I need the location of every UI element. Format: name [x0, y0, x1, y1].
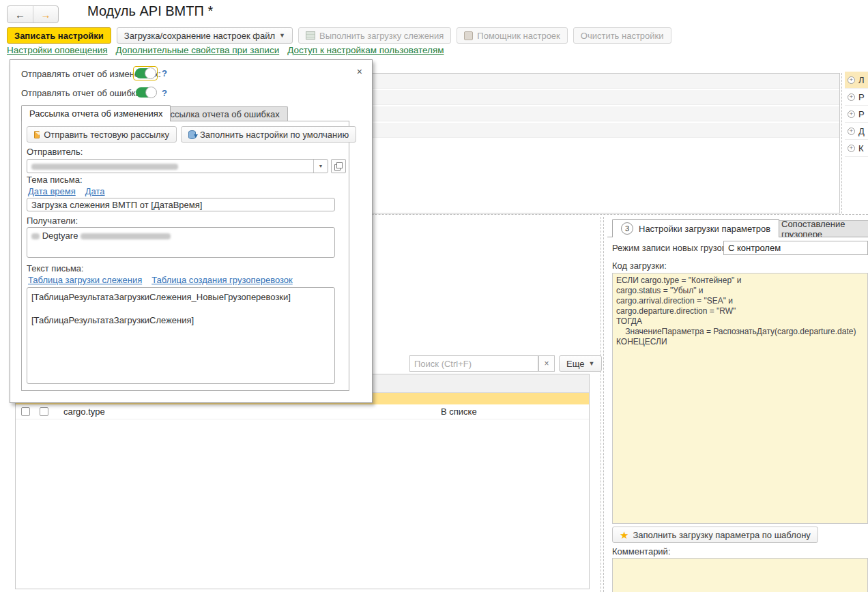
tree-item-label: Д	[858, 126, 865, 136]
tab-label: Настройки загрузки параметров	[639, 224, 770, 234]
body-label: Текст письма:	[27, 263, 84, 273]
code-line: cargo.status = "Убыл" и	[616, 286, 864, 296]
tracking-table-macro-link[interactable]: Таблица загрузки слежения	[28, 275, 142, 285]
envelope-icon	[34, 131, 40, 138]
expand-icon[interactable]: +	[848, 128, 855, 135]
tree-item-label: Р	[858, 109, 865, 119]
tab-label: Сопоставление грузопере	[781, 220, 868, 237]
tab-changes-report[interactable]: Рассылка отчета об изменениях	[21, 105, 171, 121]
more-label: Еще	[566, 359, 584, 369]
run-tracking-button[interactable]: Выполнить загрузку слежения	[298, 27, 451, 44]
user-settings-access-link[interactable]: Доступ к настройкам пользователям	[287, 45, 444, 55]
help-icon[interactable]: ?	[162, 68, 167, 78]
expand-icon[interactable]: +	[848, 145, 855, 152]
tree-item[interactable]: +Д	[845, 123, 868, 140]
more-button[interactable]: Еще ▼	[559, 355, 602, 372]
history-nav: ← →	[7, 5, 59, 23]
star-icon: ★	[620, 530, 628, 540]
send-changes-report-toggle[interactable]	[135, 68, 156, 78]
parameters-table: cargo.type В списке	[15, 374, 590, 589]
fill-default-settings-button[interactable]: Заполнить настройки по умолчанию	[181, 126, 356, 143]
panel-splitter[interactable]	[841, 73, 842, 213]
forward-icon: →	[41, 9, 51, 20]
tree-item[interactable]: +К	[845, 140, 868, 157]
open-windows-icon	[334, 162, 343, 171]
fill-parameter-template-button[interactable]: ★ Заполнить загрузку параметра по шаблон…	[612, 527, 818, 543]
sender-label: Отправитель:	[27, 147, 83, 157]
subject-label: Тема письма:	[27, 175, 83, 185]
additional-properties-link[interactable]: Дополнительные свойства при записи	[116, 45, 280, 55]
send-test-label: Отправить тестовую рассылку	[44, 130, 169, 140]
recipients-label: Получатели:	[27, 216, 78, 226]
load-save-settings-button[interactable]: Загрузка/сохранение настроек файл ▼	[117, 27, 293, 44]
body-macro-links: Таблица загрузки слежения Таблица создан…	[28, 275, 293, 285]
send-errors-report-label: Отправлять отчет об ошибках:	[21, 88, 147, 98]
tree-item[interactable]: +Р	[845, 89, 868, 106]
load-code-label: Код загрузки:	[612, 261, 667, 271]
vertical-splitter[interactable]	[601, 217, 604, 592]
tab-errors-report[interactable]: Рассылка отчета об ошибках	[151, 106, 288, 121]
load-save-label: Загрузка/сохранение настроек файл	[124, 31, 275, 41]
parameter-name-cell: cargo.type	[63, 406, 105, 417]
chevron-down-icon: ▼	[588, 360, 594, 367]
search-input[interactable]	[409, 355, 538, 372]
body-input[interactable]: [ТаблицаРезультатаЗагрузкиСлежения_Новые…	[27, 287, 335, 384]
notification-settings-dialog: × Отправлять отчет об изменениях: ? Отпр…	[10, 59, 373, 403]
tree-item-label: Л	[858, 75, 865, 85]
table-row[interactable]: cargo.type В списке	[16, 404, 589, 419]
subject-macro-links: Дата время Дата	[28, 186, 105, 196]
cargo-creation-table-macro-link[interactable]: Таблица создания грузоперевозок	[151, 275, 293, 285]
clear-search-button[interactable]: ×	[538, 355, 555, 372]
code-line: cargo.arrival.direction = "SEA" и	[616, 296, 864, 306]
code-line: cargo.departure.direction = "RW"	[616, 306, 864, 316]
forward-button[interactable]: →	[33, 6, 58, 23]
sender-select[interactable]: ▼	[27, 159, 328, 173]
close-dialog-button[interactable]: ×	[357, 67, 362, 76]
close-icon: ×	[544, 359, 549, 368]
sender-choose-button[interactable]	[331, 159, 346, 173]
expand-icon[interactable]: +	[848, 76, 855, 84]
changes-report-tabpage: Отправить тестовую рассылку Заполнить на…	[21, 121, 349, 391]
save-settings-button[interactable]: Записать настройки	[7, 27, 111, 44]
tree-item-label: Р	[858, 92, 865, 102]
expand-icon[interactable]: +	[848, 110, 855, 118]
date-macro-link[interactable]: Дата	[85, 186, 105, 196]
send-errors-report-toggle[interactable]	[136, 87, 156, 98]
sender-value-redacted	[27, 161, 313, 171]
tree-item[interactable]: +Л	[845, 72, 868, 89]
chevron-down-icon: ▼	[279, 32, 285, 39]
tab-load-parameter-settings[interactable]: 3 Настройки загрузки параметров	[612, 219, 779, 237]
datetime-macro-link[interactable]: Дата время	[28, 186, 76, 196]
close-icon: ×	[357, 66, 362, 77]
fill-defaults-label: Заполнить настройки по умолчанию	[200, 130, 349, 140]
notification-settings-link[interactable]: Настройки оповещения	[7, 45, 108, 55]
back-button[interactable]: ←	[8, 6, 33, 23]
code-line: ЗначениеПараметра = РаспознатьДату(cargo…	[616, 327, 864, 337]
recipients-input[interactable]: Degtyare	[27, 227, 335, 258]
comment-label: Комментарий:	[612, 546, 671, 557]
chevron-down-icon[interactable]: ▼	[313, 160, 328, 173]
sections-tree: +Л +Р +Р +Д +К	[845, 72, 868, 157]
run-tracking-label: Выполнить загрузку слежения	[319, 31, 444, 41]
code-line: ТОГДА	[616, 316, 864, 327]
parameter-condition-cell: В списке	[441, 406, 477, 417]
code-line: КОНЕЦЕСЛИ	[616, 337, 864, 347]
row-checkbox-2[interactable]	[40, 407, 48, 416]
back-icon: ←	[15, 9, 25, 20]
tree-item[interactable]: +Р	[845, 106, 868, 123]
command-links: Настройки оповещения Дополнительные свой…	[7, 45, 444, 55]
table-icon	[306, 31, 315, 40]
settings-assistant-button[interactable]: Помощник настроек	[457, 27, 567, 44]
record-mode-select[interactable]: С контролем	[723, 241, 868, 255]
row-checkbox-1[interactable]	[21, 407, 30, 416]
tree-item-label: К	[858, 143, 864, 153]
recipients-visible-text: Degtyare	[42, 231, 78, 241]
app-window: ← → Модуль API ВМТП * Записать настройки…	[0, 0, 868, 592]
comment-input[interactable]	[612, 558, 868, 592]
subject-input[interactable]	[27, 198, 335, 211]
help-icon[interactable]: ?	[162, 88, 167, 98]
load-code-editor[interactable]: ЕСЛИ cargo.type = "Контейнер" и cargo.st…	[612, 273, 868, 524]
clear-settings-button[interactable]: Очистить настройки	[573, 27, 671, 44]
expand-icon[interactable]: +	[848, 93, 855, 101]
send-test-mailing-button[interactable]: Отправить тестовую рассылку	[27, 126, 177, 143]
